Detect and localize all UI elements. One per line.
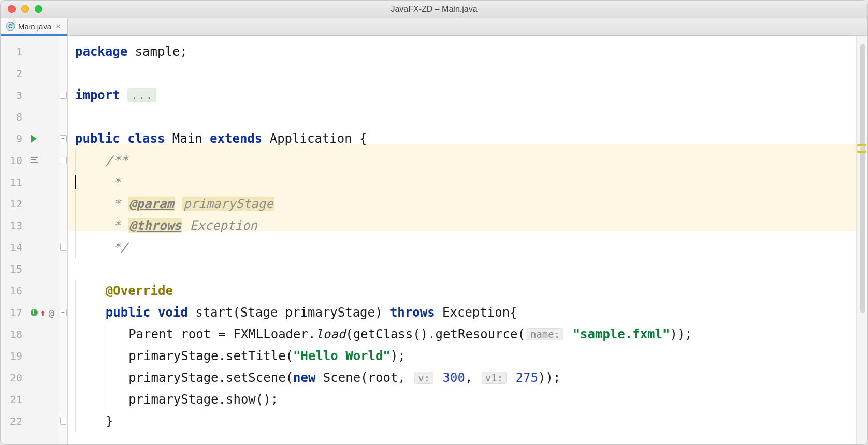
- gutter-icons: ↑@: [27, 36, 59, 444]
- code-text: primaryStage.show();: [128, 392, 278, 407]
- classname-main: Main: [165, 131, 210, 146]
- line-number: 10: [1, 150, 27, 171]
- keyword-package: package: [75, 44, 127, 59]
- line-number: 3: [1, 84, 27, 106]
- tab-filename-label: Main.java: [18, 22, 51, 31]
- line-number: 17: [1, 302, 27, 323]
- throws-type: Exception{: [435, 305, 517, 320]
- window-close-button[interactable]: [8, 5, 16, 13]
- line-number: 9: [1, 128, 27, 150]
- keyword-void: void: [158, 305, 188, 320]
- param-hint-v1: v1:: [482, 372, 507, 384]
- line-number: 13: [1, 215, 27, 236]
- superclass-application: Application {: [262, 131, 367, 146]
- fold-collapse-icon[interactable]: −: [60, 309, 67, 316]
- keyword-new: new: [293, 370, 315, 385]
- line-number: 14: [1, 236, 27, 258]
- code-text: );: [390, 349, 406, 363]
- number-literal: 275: [516, 370, 538, 385]
- tab-main-java[interactable]: C Main.java ✕: [1, 18, 68, 35]
- scrollbar-thumb[interactable]: [860, 44, 865, 313]
- keyword-class: class: [127, 131, 165, 146]
- run-class-icon[interactable]: [31, 135, 37, 143]
- line-number: 1: [1, 41, 27, 63]
- param-hint-v: v:: [414, 372, 433, 384]
- package-name: sample;: [127, 44, 187, 59]
- line-number: 18: [1, 323, 27, 345]
- javadoc-param-name: primaryStage: [182, 197, 274, 211]
- javadoc-close: */: [113, 240, 128, 255]
- line-number: 8: [1, 106, 27, 128]
- tab-close-button[interactable]: ✕: [55, 23, 61, 31]
- fold-expand-icon[interactable]: +: [60, 92, 67, 99]
- window-title: JavaFX-ZD – Main.java: [1, 5, 867, 14]
- ide-window: JavaFX-ZD – Main.java C Main.java ✕ 1 2 …: [0, 0, 868, 445]
- code-text: ,: [465, 370, 480, 385]
- arrow-up-icon: ↑: [40, 308, 46, 318]
- code-text: primaryStage.setScene(: [128, 370, 293, 385]
- javadoc-throws-tag: @throws: [128, 218, 182, 233]
- method-signature: start(Stage primaryStage): [188, 305, 390, 320]
- warning-marker[interactable]: [857, 151, 866, 153]
- java-class-icon: C: [6, 22, 15, 31]
- fold-collapse-icon[interactable]: −: [60, 135, 67, 142]
- line-number-gutter[interactable]: 1 2 3 8 9 10 11 12 13 14 15 16 17 18 19 …: [1, 36, 27, 444]
- keyword-import: import: [75, 88, 120, 102]
- keyword-throws: throws: [390, 305, 435, 320]
- at-icon: @: [49, 307, 54, 318]
- javadoc-throws-name: Exception: [190, 218, 257, 233]
- window-minimize-button[interactable]: [21, 5, 29, 13]
- svg-text:C: C: [8, 23, 12, 29]
- fold-gutter[interactable]: + − − −: [59, 36, 68, 444]
- line-number: 20: [1, 367, 27, 389]
- code-text: Scene(root,: [315, 370, 413, 385]
- fold-end-icon: [60, 418, 66, 425]
- code-text: primaryStage.setTitle(: [128, 349, 293, 363]
- code-text: Parent root = FXMLLoader.: [128, 327, 315, 342]
- editor-tabs-bar: C Main.java ✕: [1, 18, 867, 36]
- line-number: 11: [1, 171, 27, 193]
- param-hint-name: name:: [527, 328, 563, 340]
- javadoc-empty-line: *: [106, 175, 128, 189]
- code-content[interactable]: package sample; import ... public class …: [68, 36, 856, 444]
- window-titlebar[interactable]: JavaFX-ZD – Main.java: [1, 1, 867, 18]
- javadoc-param-tag: @param: [128, 197, 175, 211]
- annotation-override: @Override: [106, 284, 173, 298]
- line-number: 22: [1, 410, 27, 432]
- fold-end-icon: [60, 244, 66, 251]
- code-text: (getClass().getResource(: [345, 327, 525, 342]
- keyword-public: public: [106, 305, 151, 320]
- line-number: 16: [1, 280, 27, 302]
- keyword-public: public: [75, 131, 120, 146]
- string-literal: "sample.fxml": [573, 327, 670, 342]
- editor-scrollbar[interactable]: [856, 36, 867, 444]
- code-text: ));: [670, 327, 692, 342]
- static-method-load: load: [315, 327, 345, 342]
- string-literal: "Hello World": [293, 349, 390, 363]
- fold-collapse-icon[interactable]: −: [60, 157, 67, 164]
- number-literal: 300: [443, 370, 465, 385]
- line-number: 12: [1, 193, 27, 215]
- javadoc-render-icon[interactable]: [31, 157, 40, 164]
- line-number: 15: [1, 258, 27, 280]
- imports-folded-placeholder[interactable]: ...: [127, 88, 156, 102]
- window-zoom-button[interactable]: [35, 5, 42, 13]
- override-method-icon[interactable]: [31, 309, 38, 316]
- javadoc-open: /**: [106, 153, 128, 168]
- text-caret: [75, 175, 76, 189]
- traffic-lights: [1, 5, 42, 13]
- editor-area: 1 2 3 8 9 10 11 12 13 14 15 16 17 18 19 …: [1, 36, 867, 444]
- line-number: 2: [1, 63, 27, 84]
- closing-brace: }: [106, 414, 113, 428]
- line-number: 19: [1, 345, 27, 367]
- line-number: 21: [1, 389, 27, 410]
- code-text: ));: [538, 370, 560, 385]
- warning-marker[interactable]: [857, 144, 866, 146]
- keyword-extends: extends: [210, 131, 262, 146]
